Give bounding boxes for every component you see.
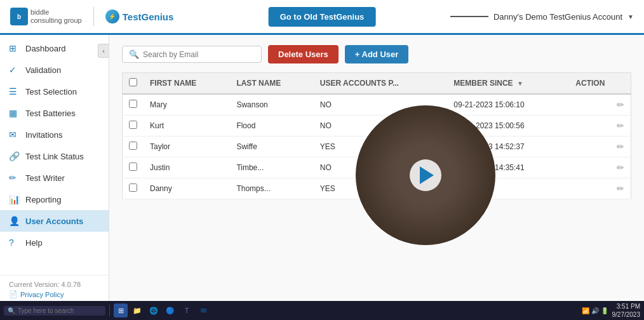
taskbar-search-input[interactable]: [18, 307, 94, 314]
sidebar-item-test-link-status[interactable]: 🔗 Test Link Status: [0, 145, 109, 167]
sidebar-item-validation[interactable]: ✓ Validation: [0, 59, 109, 81]
row-checkbox-0[interactable]: [129, 100, 137, 108]
main-content: 🔍 Delete Users + Add User FIRST NAME LAS…: [109, 35, 644, 301]
sidebar-label-dashboard: Dashboard: [25, 44, 66, 53]
row-first-name: Kurt: [144, 116, 230, 137]
play-button[interactable]: [410, 159, 441, 191]
row-first-name: Taylor: [144, 137, 230, 157]
toolbar: 🔍 Delete Users + Add User: [122, 45, 631, 63]
taskbar-date: 9/27/2023: [612, 310, 641, 319]
row-checkbox-2[interactable]: [129, 142, 137, 150]
taskbar-separator-1: [109, 305, 110, 316]
tg-label: TestGenius: [123, 11, 174, 22]
taskbar: 🔍 ⊞ 📁 🌐 🔵 T ✉ 📶 🔊 🔋 3:51 PM 9/27/2023: [0, 301, 644, 320]
delete-users-button[interactable]: Delete Users: [268, 45, 339, 63]
sort-icon: ▼: [517, 80, 523, 87]
table-header-first-name: FIRST NAME: [144, 73, 230, 95]
sidebar-label-test-selection: Test Selection: [25, 87, 77, 97]
edit-icon[interactable]: ✏: [617, 100, 624, 110]
taskbar-time: 3:51 PM: [612, 302, 641, 310]
play-triangle-icon: [420, 166, 434, 184]
table-header-last-name: LAST NAME: [230, 73, 313, 95]
dashboard-icon: ⊞: [9, 43, 20, 53]
document-icon: 📄: [9, 290, 18, 298]
select-all-checkbox[interactable]: [129, 78, 137, 86]
sidebar-label-help: Help: [25, 238, 43, 248]
table-header-check: [123, 73, 144, 95]
test-link-status-icon: 🔗: [9, 151, 20, 161]
teams-icon: T: [185, 307, 189, 314]
edit-icon[interactable]: ✏: [617, 163, 624, 173]
row-last-name: Thomps...: [230, 178, 313, 199]
video-overlay[interactable]: [356, 105, 495, 245]
row-checkbox-3[interactable]: [129, 163, 137, 171]
edit-icon[interactable]: ✏: [617, 121, 624, 131]
taskbar-search-icon: 🔍: [8, 307, 15, 314]
row-checkbox-4[interactable]: [129, 183, 137, 192]
sidebar-item-dashboard[interactable]: ⊞ Dashboard: [0, 37, 109, 59]
battery-icon: 🔋: [601, 307, 608, 314]
row-action-cell: ✏: [569, 116, 631, 137]
edge-icon: 🌐: [149, 307, 158, 315]
table-row: Mary Swanson NO 09-21-2023 15:06:10 ✏: [123, 94, 631, 116]
sidebar-item-help[interactable]: ? Help: [0, 232, 109, 253]
row-action-cell: ✏: [569, 94, 631, 116]
sidebar-label-test-batteries: Test Batteries: [25, 109, 76, 118]
search-box[interactable]: 🔍: [122, 46, 262, 63]
privacy-policy-link[interactable]: 📄 Privacy Policy: [9, 290, 100, 298]
sidebar: ‹ ⊞ Dashboard ✓ Validation ☰ Test Select…: [0, 35, 109, 301]
test-writer-icon: ✏: [9, 173, 20, 183]
version-text: Current Version: 4.0.78: [9, 281, 100, 288]
sidebar-item-invitations[interactable]: ✉ Invitations: [0, 124, 109, 145]
add-user-button[interactable]: + Add User: [345, 45, 409, 63]
test-selection-icon: ☰: [9, 86, 20, 97]
taskbar-outlook[interactable]: ✉: [196, 303, 210, 317]
main-layout: ‹ ⊞ Dashboard ✓ Validation ☰ Test Select…: [0, 35, 644, 301]
windows-icon: ⊞: [118, 307, 124, 315]
goto-old-button[interactable]: Go to Old TestGenius: [269, 7, 376, 27]
sidebar-item-test-batteries[interactable]: ▦ Test Batteries: [0, 102, 109, 124]
sidebar-item-user-accounts[interactable]: 👤 User Accounts: [0, 210, 109, 232]
taskbar-right: 📶 🔊 🔋 3:51 PM 9/27/2023: [582, 302, 641, 319]
row-checkbox-1[interactable]: [129, 121, 137, 129]
taskbar-windows-icon[interactable]: ⊞: [114, 303, 128, 317]
row-last-name: Flood: [230, 116, 313, 137]
sidebar-item-reporting[interactable]: 📊 Reporting: [0, 189, 109, 210]
edit-icon[interactable]: ✏: [617, 142, 624, 152]
search-icon: 🔍: [129, 50, 139, 59]
row-checkbox-cell: [123, 137, 144, 157]
row-action-cell: ✏: [569, 137, 631, 157]
sidebar-label-invitations: Invitations: [25, 130, 63, 140]
sidebar-bottom: Current Version: 4.0.78 📄 Privacy Policy: [0, 275, 109, 301]
taskbar-clock: 3:51 PM 9/27/2023: [612, 302, 641, 319]
row-checkbox-cell: [123, 157, 144, 178]
row-checkbox-cell: [123, 178, 144, 199]
row-last-name: Timbe...: [230, 157, 313, 178]
taskbar-file-explorer[interactable]: 📁: [130, 303, 144, 317]
validation-icon: ✓: [9, 65, 20, 75]
row-first-name: Justin: [144, 157, 230, 178]
row-action-cell: ✏: [569, 157, 631, 178]
logo-separator: [93, 7, 94, 26]
help-icon: ?: [9, 237, 20, 248]
sidebar-item-test-writer[interactable]: ✏ Test Writer: [0, 167, 109, 189]
edit-icon[interactable]: ✏: [617, 183, 624, 194]
outlook-icon: ✉: [201, 307, 206, 315]
privacy-policy-label: Privacy Policy: [20, 291, 64, 298]
sidebar-label-validation: Validation: [25, 65, 61, 75]
sidebar-label-reporting: Reporting: [25, 195, 61, 204]
taskbar-teams[interactable]: T: [180, 303, 194, 317]
search-input[interactable]: [143, 50, 245, 59]
row-last-name: Swiffe: [230, 137, 313, 157]
file-explorer-icon: 📁: [133, 307, 142, 315]
taskbar-edge[interactable]: 🌐: [147, 303, 161, 317]
account-line-decoration: [450, 16, 488, 17]
taskbar-chrome[interactable]: 🔵: [163, 303, 177, 317]
sidebar-toggle-button[interactable]: ‹: [98, 44, 109, 58]
taskbar-search[interactable]: 🔍: [4, 306, 105, 316]
account-dropdown-icon[interactable]: ▼: [627, 13, 634, 20]
topbar-right: Danny's Demo TestGenius Account ▼: [450, 12, 634, 22]
sidebar-item-test-selection[interactable]: ☰ Test Selection: [0, 81, 109, 102]
chrome-icon: 🔵: [166, 307, 175, 315]
row-checkbox-cell: [123, 94, 144, 116]
